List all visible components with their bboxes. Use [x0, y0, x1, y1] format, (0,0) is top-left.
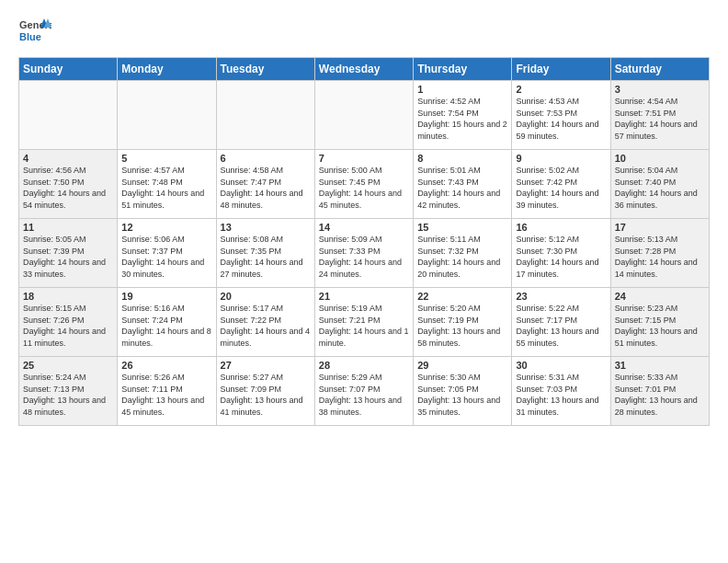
- day-number: 7: [319, 153, 409, 164]
- weekday-header-tuesday: Tuesday: [216, 58, 314, 81]
- day-number: 24: [615, 291, 705, 302]
- day-number: 15: [417, 222, 507, 233]
- day-number: 25: [23, 360, 113, 371]
- day-info: Sunrise: 5:26 AMSunset: 7:11 PMDaylight:…: [121, 372, 211, 418]
- day-cell: 14Sunrise: 5:09 AMSunset: 7:33 PMDayligh…: [314, 219, 413, 288]
- day-cell: 17Sunrise: 5:13 AMSunset: 7:28 PMDayligh…: [610, 219, 709, 288]
- day-cell: 21Sunrise: 5:19 AMSunset: 7:21 PMDayligh…: [314, 288, 413, 357]
- day-number: 3: [615, 84, 705, 95]
- day-info: Sunrise: 5:15 AMSunset: 7:26 PMDaylight:…: [23, 303, 113, 349]
- day-cell: 3Sunrise: 4:54 AMSunset: 7:51 PMDaylight…: [610, 81, 709, 150]
- weekday-header-saturday: Saturday: [610, 58, 709, 81]
- day-cell: 9Sunrise: 5:02 AMSunset: 7:42 PMDaylight…: [512, 150, 610, 219]
- day-info: Sunrise: 4:56 AMSunset: 7:50 PMDaylight:…: [23, 165, 113, 211]
- day-number: 28: [319, 360, 409, 371]
- day-cell: 18Sunrise: 5:15 AMSunset: 7:26 PMDayligh…: [19, 288, 118, 357]
- day-info: Sunrise: 5:30 AMSunset: 7:05 PMDaylight:…: [417, 372, 507, 418]
- day-info: Sunrise: 5:13 AMSunset: 7:28 PMDaylight:…: [615, 234, 705, 280]
- day-cell: 28Sunrise: 5:29 AMSunset: 7:07 PMDayligh…: [314, 357, 413, 426]
- day-cell: [118, 81, 216, 150]
- day-info: Sunrise: 5:31 AMSunset: 7:03 PMDaylight:…: [516, 372, 606, 418]
- day-number: 26: [121, 360, 211, 371]
- weekday-header-row: SundayMondayTuesdayWednesdayThursdayFrid…: [19, 58, 710, 81]
- day-number: 23: [516, 291, 606, 302]
- day-info: Sunrise: 5:24 AMSunset: 7:13 PMDaylight:…: [23, 372, 113, 418]
- day-number: 19: [121, 291, 211, 302]
- day-number: 6: [221, 153, 311, 164]
- day-cell: 15Sunrise: 5:11 AMSunset: 7:32 PMDayligh…: [414, 219, 512, 288]
- day-info: Sunrise: 5:06 AMSunset: 7:37 PMDaylight:…: [121, 234, 211, 280]
- day-number: 30: [516, 360, 606, 371]
- week-row-1: 1Sunrise: 4:52 AMSunset: 7:54 PMDaylight…: [19, 81, 710, 150]
- day-cell: 29Sunrise: 5:30 AMSunset: 7:05 PMDayligh…: [414, 357, 512, 426]
- weekday-header-wednesday: Wednesday: [314, 58, 413, 81]
- day-info: Sunrise: 5:33 AMSunset: 7:01 PMDaylight:…: [615, 372, 705, 418]
- day-cell: 22Sunrise: 5:20 AMSunset: 7:19 PMDayligh…: [414, 288, 512, 357]
- day-info: Sunrise: 5:02 AMSunset: 7:42 PMDaylight:…: [516, 165, 606, 211]
- day-info: Sunrise: 4:57 AMSunset: 7:48 PMDaylight:…: [121, 165, 211, 211]
- day-cell: 25Sunrise: 5:24 AMSunset: 7:13 PMDayligh…: [19, 357, 118, 426]
- day-cell: 31Sunrise: 5:33 AMSunset: 7:01 PMDayligh…: [610, 357, 709, 426]
- day-number: 18: [23, 291, 113, 302]
- day-cell: 1Sunrise: 4:52 AMSunset: 7:54 PMDaylight…: [414, 81, 512, 150]
- day-cell: 16Sunrise: 5:12 AMSunset: 7:30 PMDayligh…: [512, 219, 610, 288]
- day-number: 11: [23, 222, 113, 233]
- day-number: 8: [417, 153, 507, 164]
- day-number: 14: [319, 222, 409, 233]
- day-number: 9: [516, 153, 606, 164]
- day-number: 20: [221, 291, 311, 302]
- day-info: Sunrise: 5:00 AMSunset: 7:45 PMDaylight:…: [319, 165, 409, 211]
- day-cell: 11Sunrise: 5:05 AMSunset: 7:39 PMDayligh…: [19, 219, 118, 288]
- day-info: Sunrise: 5:11 AMSunset: 7:32 PMDaylight:…: [417, 234, 507, 280]
- week-row-5: 25Sunrise: 5:24 AMSunset: 7:13 PMDayligh…: [19, 357, 710, 426]
- day-number: 27: [221, 360, 311, 371]
- day-cell: 2Sunrise: 4:53 AMSunset: 7:53 PMDaylight…: [512, 81, 610, 150]
- day-number: 16: [516, 222, 606, 233]
- day-cell: 5Sunrise: 4:57 AMSunset: 7:48 PMDaylight…: [118, 150, 216, 219]
- day-number: 2: [516, 84, 606, 95]
- week-row-3: 11Sunrise: 5:05 AMSunset: 7:39 PMDayligh…: [19, 219, 710, 288]
- day-cell: 12Sunrise: 5:06 AMSunset: 7:37 PMDayligh…: [118, 219, 216, 288]
- day-cell: 27Sunrise: 5:27 AMSunset: 7:09 PMDayligh…: [216, 357, 314, 426]
- day-info: Sunrise: 4:58 AMSunset: 7:47 PMDaylight:…: [221, 165, 311, 211]
- day-number: 22: [417, 291, 507, 302]
- day-info: Sunrise: 4:52 AMSunset: 7:54 PMDaylight:…: [417, 96, 507, 142]
- day-info: Sunrise: 5:08 AMSunset: 7:35 PMDaylight:…: [221, 234, 311, 280]
- weekday-header-thursday: Thursday: [414, 58, 512, 81]
- day-cell: 6Sunrise: 4:58 AMSunset: 7:47 PMDaylight…: [216, 150, 314, 219]
- day-info: Sunrise: 5:16 AMSunset: 7:24 PMDaylight:…: [121, 303, 211, 349]
- day-cell: 7Sunrise: 5:00 AMSunset: 7:45 PMDaylight…: [314, 150, 413, 219]
- day-info: Sunrise: 5:09 AMSunset: 7:33 PMDaylight:…: [319, 234, 409, 280]
- day-info: Sunrise: 5:12 AMSunset: 7:30 PMDaylight:…: [516, 234, 606, 280]
- weekday-header-sunday: Sunday: [19, 58, 118, 81]
- logo: General Blue: [18, 15, 51, 48]
- svg-text:Blue: Blue: [19, 31, 41, 42]
- day-number: 29: [417, 360, 507, 371]
- day-cell: [216, 81, 314, 150]
- day-info: Sunrise: 5:04 AMSunset: 7:40 PMDaylight:…: [615, 165, 705, 211]
- day-info: Sunrise: 4:53 AMSunset: 7:53 PMDaylight:…: [516, 96, 606, 142]
- day-info: Sunrise: 5:19 AMSunset: 7:21 PMDaylight:…: [319, 303, 409, 349]
- day-info: Sunrise: 5:22 AMSunset: 7:17 PMDaylight:…: [516, 303, 606, 349]
- day-number: 4: [23, 153, 113, 164]
- day-cell: [19, 81, 118, 150]
- day-info: Sunrise: 5:20 AMSunset: 7:19 PMDaylight:…: [417, 303, 507, 349]
- day-cell: 23Sunrise: 5:22 AMSunset: 7:17 PMDayligh…: [512, 288, 610, 357]
- day-cell: 10Sunrise: 5:04 AMSunset: 7:40 PMDayligh…: [610, 150, 709, 219]
- header: General Blue: [18, 15, 710, 48]
- day-info: Sunrise: 5:05 AMSunset: 7:39 PMDaylight:…: [23, 234, 113, 280]
- day-cell: 4Sunrise: 4:56 AMSunset: 7:50 PMDaylight…: [19, 150, 118, 219]
- week-row-4: 18Sunrise: 5:15 AMSunset: 7:26 PMDayligh…: [19, 288, 710, 357]
- day-cell: 20Sunrise: 5:17 AMSunset: 7:22 PMDayligh…: [216, 288, 314, 357]
- day-info: Sunrise: 5:23 AMSunset: 7:15 PMDaylight:…: [615, 303, 705, 349]
- weekday-header-friday: Friday: [512, 58, 610, 81]
- day-number: 13: [221, 222, 311, 233]
- day-cell: 19Sunrise: 5:16 AMSunset: 7:24 PMDayligh…: [118, 288, 216, 357]
- weekday-header-monday: Monday: [118, 58, 216, 81]
- day-number: 10: [615, 153, 705, 164]
- day-number: 1: [417, 84, 507, 95]
- day-cell: 13Sunrise: 5:08 AMSunset: 7:35 PMDayligh…: [216, 219, 314, 288]
- day-info: Sunrise: 4:54 AMSunset: 7:51 PMDaylight:…: [615, 96, 705, 142]
- day-info: Sunrise: 5:29 AMSunset: 7:07 PMDaylight:…: [319, 372, 409, 418]
- logo-svg: General Blue: [18, 15, 51, 48]
